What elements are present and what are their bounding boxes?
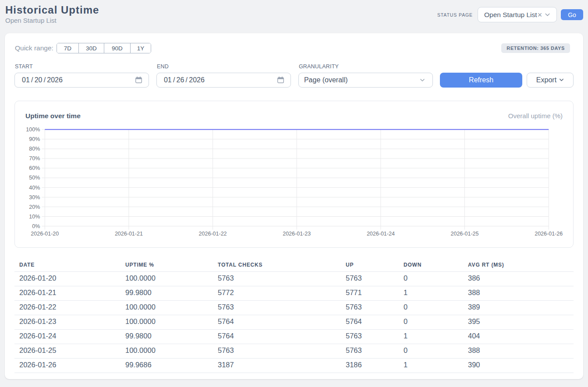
svg-text:30%: 30% [29,194,40,200]
svg-text:50%: 50% [29,175,40,181]
svg-text:2026-01-21: 2026-01-21 [115,231,143,237]
svg-text:0%: 0% [32,223,40,229]
svg-text:2026-01-22: 2026-01-22 [199,231,227,237]
svg-text:80%: 80% [29,146,40,152]
svg-text:100%: 100% [26,127,40,133]
svg-text:2026-01-20: 2026-01-20 [31,231,59,237]
svg-text:2026-01-24: 2026-01-24 [367,231,395,237]
svg-text:20%: 20% [29,204,40,210]
svg-text:70%: 70% [29,155,40,162]
svg-text:90%: 90% [29,136,40,142]
svg-text:10%: 10% [29,213,40,219]
svg-text:2026-01-25: 2026-01-25 [451,231,479,237]
svg-text:40%: 40% [29,184,40,190]
svg-text:60%: 60% [29,165,40,171]
svg-text:2026-01-26: 2026-01-26 [535,231,563,237]
svg-text:2026-01-23: 2026-01-23 [283,231,311,237]
